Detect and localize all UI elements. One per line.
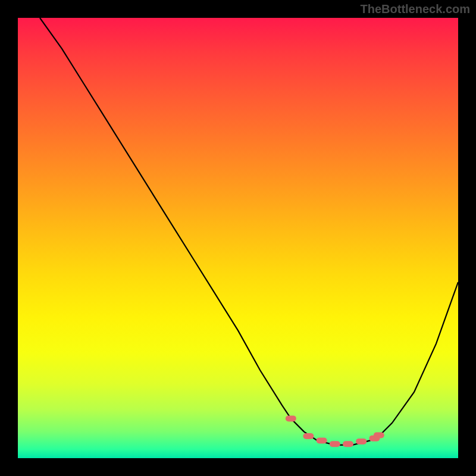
watermark-text: TheBottleneck.com (361, 2, 470, 16)
highlight-marker (356, 439, 367, 444)
curve-path (40, 18, 458, 445)
chart-container: TheBottleneck.com (0, 0, 476, 476)
chart-svg (18, 18, 458, 458)
highlight-marker (343, 441, 353, 447)
highlight-marker (286, 415, 296, 421)
highlight-marker (330, 441, 340, 447)
plot-area (18, 18, 458, 458)
highlight-marker (303, 433, 314, 439)
highlight-markers (286, 415, 384, 447)
highlight-marker (317, 437, 327, 443)
highlight-marker (374, 433, 384, 439)
